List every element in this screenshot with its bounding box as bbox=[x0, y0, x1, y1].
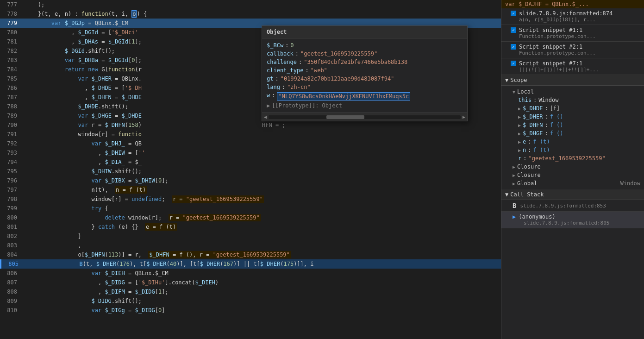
line-num-778: 778 bbox=[0, 11, 21, 17]
scope-dher: ▶ $_DHER : f () bbox=[501, 113, 644, 121]
line-content-793: , $_DHIW = ['' bbox=[21, 148, 145, 157]
scope-section-header[interactable]: ▼ Scope bbox=[501, 75, 644, 86]
line-num-801: 801 bbox=[0, 224, 21, 230]
line-num-791: 791 bbox=[0, 131, 21, 138]
line-num-779: 779 bbox=[0, 20, 21, 26]
popup-field-callback: callback : "geetest_1669539225559" bbox=[267, 50, 463, 58]
call-stack-list: B slide.7.8.9.js:formatted:853 ▶ (anonym… bbox=[501, 200, 644, 228]
popup-field-gt: gt : "019924a82c70bb123aae90d483087f94" bbox=[267, 75, 463, 83]
scroll-left-icon[interactable]: ◀ bbox=[264, 114, 267, 119]
checkbox-2[interactable] bbox=[511, 27, 516, 33]
call-stack-checkbox-section: slide.7.8.9.js:formatted:874 a(n, r[$_DJ… bbox=[501, 8, 644, 75]
cs-checkbox-item-2: Script snippet #1:1 Function.prototype.c… bbox=[501, 25, 644, 42]
line-content-796: var $_DIBX = $_DHIW[0]; bbox=[21, 176, 169, 185]
popup-field-w: w : "NLQ7YS8wBcs0nkHAeNvjjXKFNUVI1hxEMuq… bbox=[267, 91, 463, 101]
code-line-807: 807 , $_DIDG = ['$_DIHu'].concat($_DIEH) bbox=[0, 278, 501, 287]
line-content-797: n(t), n = f (t) bbox=[21, 185, 147, 195]
code-line-803: 803 , bbox=[0, 241, 501, 250]
callstack-arrow-icon: ▼ bbox=[505, 191, 508, 198]
code-line-798: 798 window[r] = undefined; r = "geetest_… bbox=[0, 195, 501, 204]
callstack-anonymous: ▶ (anonymous) slide.7.8.9.js:formatted:8… bbox=[501, 212, 644, 228]
line-content-783: var $_DHBa = $_DGId[0]; bbox=[21, 56, 142, 65]
code-line-805: 805 B(t, $_DHER(176), t[$_DHER(40)], [t[… bbox=[0, 259, 501, 269]
cs-checkbox-item-4: Script snippet #7:1 [][(![]+[])[!+[]+!![… bbox=[501, 58, 644, 75]
line-num-808: 808 bbox=[0, 289, 21, 295]
line-content-784: return new G(function(r bbox=[21, 65, 142, 74]
local-expand-icon: ▼ bbox=[513, 89, 515, 94]
line-num-783: 783 bbox=[0, 57, 21, 63]
callstack-b: B slide.7.8.9.js:formatted:853 bbox=[501, 200, 644, 212]
line-content-779: var $_DGJp = QBLnx.$_CM bbox=[21, 19, 128, 28]
scope-e: ▶ e : f (t) bbox=[501, 138, 644, 146]
checkbox-3[interactable] bbox=[511, 44, 516, 50]
line-num-788: 788 bbox=[0, 103, 21, 110]
code-line-809: 809 $_DIDG.shift(); bbox=[0, 296, 501, 306]
line-content-789: var $_DHGE = $_DHDE bbox=[21, 111, 142, 120]
call-stack-section-header[interactable]: ▼ Call Stack bbox=[501, 189, 644, 200]
line-content-786: , $_DHDE = ['$_DH bbox=[21, 83, 142, 93]
line-content-791: window[r] = functio bbox=[21, 130, 142, 139]
line-num-794: 794 bbox=[0, 159, 21, 165]
line-num-790: 790 bbox=[0, 122, 21, 128]
code-editor-panel: 777 ); 778 }(t, e, n) : function(t, i, o… bbox=[0, 0, 501, 339]
line-num-785: 785 bbox=[0, 75, 21, 82]
line-num-795: 795 bbox=[0, 168, 21, 175]
scrollbar-thumb[interactable] bbox=[326, 115, 365, 119]
line-num-810: 810 bbox=[0, 307, 21, 314]
checkbox-1[interactable] bbox=[511, 11, 516, 16]
scope-dhde: ▶ $_DHDE : [f] bbox=[501, 104, 644, 113]
line-content-780: , $_DGId = ['$_DHci' bbox=[21, 28, 138, 37]
line-content-807: , $_DIDG = ['$_DIHu'].concat($_DIEH) bbox=[21, 278, 219, 287]
code-line-797: 797 n(t), n = f (t) bbox=[0, 185, 501, 195]
scope-arrow-icon: ▼ bbox=[505, 77, 508, 83]
line-num-786: 786 bbox=[0, 85, 21, 91]
scope-closure-2[interactable]: ▶ Closure bbox=[501, 171, 644, 179]
scope-global[interactable]: ▶ Global Window bbox=[501, 179, 644, 188]
line-content-799: try { bbox=[21, 204, 108, 213]
line-content-792: var $_DHJ_ = QB bbox=[21, 139, 142, 148]
code-line-800: 800 delete window[r]; r = "geetest_16695… bbox=[0, 213, 501, 222]
code-line-804: 804 o[$_DHFN(113)] = r, $_DHFN = f (), r… bbox=[0, 250, 501, 259]
scope-dhfn: ▶ $_DHFN : f () bbox=[501, 121, 644, 129]
line-content-801: } catch (e) {} e = f (t) bbox=[21, 222, 177, 232]
checkbox-4[interactable] bbox=[511, 61, 516, 66]
code-line-794: 794 , $_DIA_ = $_ bbox=[0, 157, 501, 167]
scope-local-header[interactable]: ▼ Local bbox=[501, 88, 644, 96]
line-num-798: 798 bbox=[0, 196, 21, 202]
line-content-778: }(t, e, n) : function(t, i, o) { bbox=[21, 9, 147, 19]
popup-scrollbar[interactable]: ◀ ▶ bbox=[262, 113, 467, 121]
object-popup: Object $_BCw : 0 callback : "geetest_166… bbox=[262, 25, 468, 121]
line-num-780: 780 bbox=[0, 29, 21, 36]
callstack-b-loc: slide.7.8.9.js:formatted:853 bbox=[520, 203, 606, 209]
scope-label: Scope bbox=[510, 77, 527, 83]
scope-closure-1[interactable]: ▶ Closure bbox=[501, 163, 644, 171]
line-num-784: 784 bbox=[0, 66, 21, 73]
line-num-802: 802 bbox=[0, 233, 21, 239]
line-num-804: 804 bbox=[0, 251, 21, 258]
code-line-793: 793 , $_DHIW = ['' bbox=[0, 148, 501, 157]
scope-local: ▼ Local this : Window ▶ $_DHDE : [f] ▶ $… bbox=[501, 86, 644, 189]
line-num-806: 806 bbox=[0, 270, 21, 276]
cs-checkbox-item-3: Script snippet #2:1 Function.prototype.c… bbox=[501, 42, 644, 58]
scope-this: this : Window bbox=[501, 96, 644, 104]
line-num-797: 797 bbox=[0, 187, 21, 193]
code-line-808: 808 , $_DIFM = $_DIDG[1]; bbox=[0, 287, 501, 296]
line-num-792: 792 bbox=[0, 140, 21, 147]
popup-field-bcw: $_BCw : 0 bbox=[267, 41, 463, 50]
popup-body: $_BCw : 0 callback : "geetest_1669539225… bbox=[262, 38, 467, 113]
code-line-810: 810 var $_DIGg = $_DIDG[0] bbox=[0, 306, 501, 315]
scroll-right-icon[interactable]: ▶ bbox=[463, 114, 465, 119]
line-num-782: 782 bbox=[0, 48, 21, 54]
callstack-b-label: B bbox=[513, 202, 516, 209]
paused-arrow-icon: ▶ bbox=[513, 213, 516, 220]
line-num-789: 789 bbox=[0, 113, 21, 119]
global-expand-icon: ▶ bbox=[513, 181, 515, 186]
line-content-806: var $_DIEH = QBLnx.$_CM bbox=[21, 269, 169, 278]
scrollbar-track[interactable] bbox=[269, 115, 461, 119]
line-content-798: window[r] = undefined; r = "geetest_1669… bbox=[21, 195, 264, 204]
dhde-expand-icon: ▶ bbox=[518, 106, 521, 111]
closure1-expand-icon: ▶ bbox=[513, 164, 515, 170]
code-line-796: 796 var $_DIBX = $_DHIW[0]; bbox=[0, 176, 501, 185]
line-content-803: , bbox=[21, 241, 81, 250]
top-highlight-item: var $_DAJHF = QBLnx.$_... bbox=[501, 0, 644, 8]
